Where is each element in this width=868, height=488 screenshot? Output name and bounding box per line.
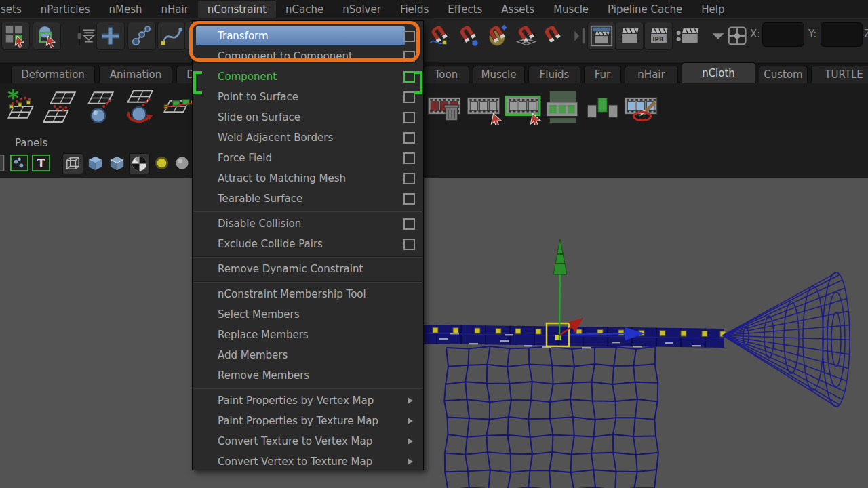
menu-item-remove-members[interactable]: Remove Members [193,365,423,386]
snap-to-point-icon[interactable] [454,22,482,50]
select-by-object-icon[interactable] [33,22,61,50]
render-view-icon[interactable] [587,22,616,50]
menubar-item-nparticles[interactable]: nParticles [31,1,100,18]
shelf-tab-ncloth[interactable]: nCloth [682,62,755,83]
menu-item-label: Add Members [218,345,288,365]
option-box[interactable] [403,218,415,230]
menu-item-component-to-component[interactable]: Component to Component [193,46,423,66]
option-box[interactable] [403,239,415,250]
menubar-item-assets[interactable]: Assets [492,1,544,18]
point-to-surface-constraint-icon[interactable] [83,87,119,125]
shaded-mode-icon[interactable] [85,153,105,173]
menu-item-paint-properties-by-texture-map[interactable]: Paint Properties by Texture Map [193,411,423,431]
sphere-indicator-icon[interactable] [172,153,192,173]
option-box[interactable] [403,193,415,205]
slide-on-surface-constraint-icon[interactable] [122,87,159,125]
move-tool-icon[interactable] [96,22,125,50]
joint-tool-icon[interactable] [127,22,156,50]
menubar-item-nconstraint[interactable]: nConstraint [198,1,276,18]
snap-to-curve-icon[interactable] [425,22,454,50]
trumpet-bell-wireframe[interactable] [723,272,850,407]
select-by-hierarchy-icon[interactable] [1,22,30,50]
option-box[interactable] [403,92,415,103]
paint-cache-icon[interactable] [623,87,659,125]
viewport-3d[interactable] [0,178,868,488]
menubar-item-nmesh[interactable]: nMesh [100,1,152,18]
option-box[interactable] [403,152,415,164]
menu-item-transform[interactable]: Transform [193,26,423,46]
render-settings-icon[interactable] [673,22,701,50]
x-coordinate-input[interactable] [762,22,804,47]
shelf-tab-custom[interactable]: Custom [759,66,808,83]
option-box[interactable] [403,112,415,123]
panels-menu[interactable]: Panels [15,137,47,149]
menubar-item-nsolver[interactable]: nSolver [333,1,391,18]
option-box[interactable] [403,30,415,42]
y-coordinate-input[interactable] [821,22,863,47]
menu-item-convert-texture-to-vertex-map[interactable]: Convert Texture to Vertex Map [193,431,423,451]
attach-cache-icon[interactable] [465,87,502,125]
shelf-tab-bar: DeformationAnimationDToonMuscleFluidsFur… [0,62,868,83]
menu-separator [193,386,423,390]
menubar-item-nhair[interactable]: nHair [152,1,198,18]
transform-constraint-icon[interactable] [4,87,41,125]
shelf-tab-nhair[interactable]: nHair [625,66,678,83]
menu-item-force-field[interactable]: Force Field [193,148,423,168]
menubar-item-effects[interactable]: Effects [438,1,492,18]
menubar-item-help[interactable]: Help [692,1,734,18]
menu-item-disable-collision[interactable]: Disable Collision [193,214,423,234]
text-panel-icon[interactable]: T [31,153,51,173]
menu-item-point-to-surface[interactable]: Point to Surface [193,87,423,107]
ipr-render-icon[interactable]: IPR [644,22,673,50]
menubar-item-muscle[interactable]: Muscle [544,1,598,18]
light-indicator-icon[interactable] [152,153,172,173]
shelf-tab-turtle[interactable]: TURTLE [811,66,868,83]
menu-item-exclude-collide-pairs[interactable]: Exclude Collide Pairs [193,234,423,254]
menubar-item-ncache[interactable]: nCache [276,1,333,18]
component-to-component-constraint-icon[interactable] [43,87,80,125]
menu-item-tearable-surface[interactable]: Tearable Surface [193,188,423,209]
menu-item-paint-properties-by-vertex-map[interactable]: Paint Properties by Vertex Map [193,390,423,411]
menu-item-slide-on-surface[interactable]: Slide on Surface [193,107,423,127]
snap-to-grid-icon[interactable] [512,22,540,50]
merge-caches-icon[interactable] [544,87,580,125]
replace-cache-icon[interactable] [505,87,541,125]
grid-center-icon[interactable] [723,22,751,50]
render-current-frame-icon[interactable] [615,22,644,50]
shelf-tab-muscle[interactable]: Muscle [473,66,525,83]
shelf-tab-deformation[interactable]: Deformation [11,66,95,83]
shelf-tab-animation[interactable]: Animation [99,66,172,83]
shelf-tab-fluids[interactable]: Fluids [528,66,580,83]
menu-item-weld-adjacent-borders[interactable]: Weld Adjacent Borders [193,127,423,148]
option-box[interactable] [403,51,415,62]
maya-application-window: setsnParticlesnMeshnHairnConstraintnCach… [0,0,868,488]
menu-item-label: nConstraint Membership Tool [218,284,366,304]
menubar-item-sets[interactable]: sets [0,1,31,18]
shelf-tab-fur[interactable]: Fur [584,66,621,83]
menu-item-nconstraint-membership-tool[interactable]: nConstraint Membership Tool [193,284,423,304]
option-box[interactable] [403,132,415,144]
menubar-item-fields[interactable]: Fields [391,1,438,18]
snap-to-projected-center-icon[interactable] [483,22,511,50]
menu-item-remove-dynamic-constraint[interactable]: Remove Dynamic Constraint [193,259,423,279]
cloth-wireframe[interactable] [444,346,658,488]
wireframe-mode-icon[interactable] [62,153,83,174]
menu-item-component[interactable]: Component [193,66,423,87]
y-axis-arrowhead[interactable] [553,239,567,274]
textured-mode-icon[interactable] [129,153,150,174]
append-cache-icon[interactable] [583,87,620,125]
xray-mode-icon[interactable] [107,153,127,173]
menu-item-attract-to-matching-mesh[interactable]: Attract to Matching Mesh [193,168,423,188]
menu-item-convert-vertex-to-texture-map[interactable]: Convert Vertex to Texture Map [193,451,423,472]
menu-item-replace-members[interactable]: Replace Members [193,325,423,345]
menu-item-select-members[interactable]: Select Members [193,304,423,325]
menu-item-add-members[interactable]: Add Members [193,345,423,365]
outliner-panel-icon[interactable] [9,153,29,173]
delete-cache-icon[interactable] [426,87,462,125]
snap-to-plane-icon[interactable] [538,22,567,50]
option-box[interactable] [403,71,415,83]
menubar-item-pipeline-cache[interactable]: Pipeline Cache [598,1,692,18]
option-box[interactable] [403,173,415,184]
curve-tool-icon[interactable] [157,22,186,50]
shelf-tab-toon[interactable]: Toon [423,66,469,83]
